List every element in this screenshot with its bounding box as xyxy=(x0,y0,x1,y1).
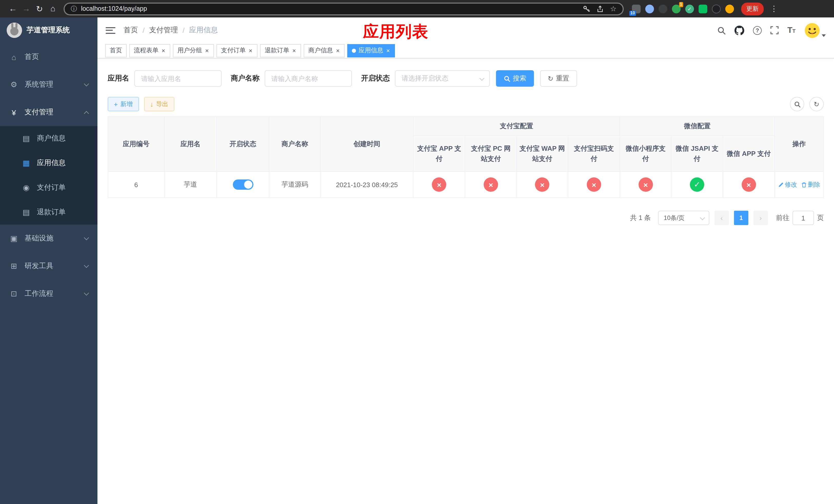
browser-update-button[interactable]: 更新 xyxy=(741,2,764,15)
screen: ← → ↻ ⌂ ⓘ localhost:1024/pay/app ☆ xyxy=(0,0,834,504)
tab-refund-order[interactable]: 退款订单 × xyxy=(260,44,301,57)
breadcrumb: 首页 / 支付管理 / 应用信息 xyxy=(124,26,218,35)
table-row: 6 芋道 芋道源码 2021-10-23 08:49:25 × × × × × xyxy=(108,171,824,198)
next-page-button[interactable]: › xyxy=(753,211,768,225)
export-button[interactable]: ↓ 导出 xyxy=(144,97,174,111)
extension-green-icon[interactable]: 1 xyxy=(672,4,681,13)
search-icon[interactable] xyxy=(717,26,726,35)
browser-back-button[interactable]: ← xyxy=(6,2,20,15)
help-icon[interactable]: ? xyxy=(753,26,762,35)
breadcrumb-current: 应用信息 xyxy=(189,26,218,35)
chevron-down-icon xyxy=(84,81,89,86)
edit-link[interactable]: 修改 xyxy=(778,180,797,189)
font-size-icon[interactable]: TT xyxy=(787,26,795,35)
app-title: 芋道管理系统 xyxy=(27,26,70,35)
document-icon: ▤ xyxy=(22,208,31,217)
bookmark-star-icon[interactable]: ☆ xyxy=(610,5,616,13)
col-alipay-app: 支付宝 APP 支付 xyxy=(413,136,465,171)
close-icon[interactable]: × xyxy=(335,47,340,53)
status-select[interactable]: 请选择开启状态 xyxy=(395,70,490,87)
col-create-time: 创建时间 xyxy=(321,117,413,171)
refresh-table-button[interactable]: ↻ xyxy=(809,97,824,111)
sidebar-item-workflow[interactable]: ⊡ 工作流程 xyxy=(0,280,97,307)
address-bar[interactable]: ⓘ localhost:1024/pay/app ☆ xyxy=(64,2,624,15)
fullscreen-icon[interactable] xyxy=(770,26,778,35)
tab-pay-order[interactable]: 支付订单 × xyxy=(216,44,258,57)
app-table: 应用编号 应用名 开启状态 商户名称 创建时间 支付宝配置 微信配置 操作 支付… xyxy=(108,116,824,198)
browser-forward-button[interactable]: → xyxy=(20,2,33,15)
extension-drop-icon[interactable] xyxy=(645,4,654,13)
extension-pinwheel-icon[interactable] xyxy=(712,4,721,13)
prev-page-button[interactable]: ‹ xyxy=(715,211,729,225)
close-icon[interactable]: × xyxy=(292,47,297,53)
cross-icon: × xyxy=(484,177,498,192)
github-icon[interactable] xyxy=(734,25,744,35)
extension-dark-icon[interactable] xyxy=(659,4,667,13)
app-logo: 芋道管理系统 xyxy=(0,18,97,43)
page-1-button[interactable]: 1 xyxy=(734,211,748,225)
reset-button[interactable]: ↻ 重置 xyxy=(540,70,577,87)
refresh-icon: ↻ xyxy=(548,75,553,82)
breadcrumb-home[interactable]: 首页 xyxy=(124,26,138,35)
sidebar-item-dev-tools[interactable]: ⊞ 研发工具 xyxy=(0,252,97,280)
order-icon: ◉ xyxy=(22,183,31,192)
page-title: 应用列表 xyxy=(363,21,429,43)
status-toggle[interactable] xyxy=(233,180,253,190)
sidebar-item-merchant-info[interactable]: ▤ 商户信息 xyxy=(0,126,97,151)
col-merchant-name: 商户名称 xyxy=(269,117,321,171)
search-button[interactable]: 搜索 xyxy=(496,70,534,87)
chevron-down-icon xyxy=(84,263,89,268)
sidebar-item-payment[interactable]: ¥ 支付管理 xyxy=(0,98,97,126)
merchant-name-input[interactable] xyxy=(265,70,352,87)
sidebar-item-app-info[interactable]: ▦ 应用信息 xyxy=(0,151,97,175)
page-size-select[interactable]: 10条/页 xyxy=(658,211,709,225)
close-icon[interactable]: × xyxy=(161,47,166,53)
tab-app-info[interactable]: 应用信息 × xyxy=(347,44,395,57)
sidebar-item-system[interactable]: ⚙ 系统管理 xyxy=(0,71,97,98)
extension-face-icon[interactable] xyxy=(725,4,734,13)
chevron-down-icon xyxy=(479,76,484,81)
col-wx-app: 微信 APP 支付 xyxy=(723,136,775,171)
col-status: 开启状态 xyxy=(217,117,269,171)
payment-submenu: ▤ 商户信息 ▦ 应用信息 ◉ 支付订单 ▤ 退款订单 xyxy=(0,126,97,225)
close-icon[interactable]: × xyxy=(205,47,209,53)
key-icon[interactable] xyxy=(583,5,591,13)
extension-vue-icon[interactable]: ✓ xyxy=(685,4,694,13)
col-app-id: 应用编号 xyxy=(108,117,164,171)
user-avatar[interactable] xyxy=(804,22,826,38)
goto-page-input[interactable] xyxy=(792,211,814,225)
sidebar-toggle-icon[interactable] xyxy=(106,27,115,33)
sidebar-item-pay-order[interactable]: ◉ 支付订单 xyxy=(0,175,97,200)
cell-merchant-name: 芋道源码 xyxy=(269,171,321,198)
table-toolbar: + 新增 ↓ 导出 ↻ xyxy=(108,97,824,111)
share-icon[interactable] xyxy=(597,5,604,13)
extension-wechat-icon[interactable] xyxy=(699,4,707,13)
sidebar-item-infrastructure[interactable]: ▣ 基础设施 xyxy=(0,225,97,252)
sidebar-item-home[interactable]: ⌂ 首页 xyxy=(0,43,97,71)
close-icon[interactable]: × xyxy=(386,47,390,53)
add-button[interactable]: + 新增 xyxy=(108,97,139,111)
tab-merchant-info[interactable]: 商户信息 × xyxy=(304,44,345,57)
close-icon[interactable]: × xyxy=(248,47,253,53)
delete-link[interactable]: 删除 xyxy=(801,180,820,189)
sidebar-item-refund-order[interactable]: ▤ 退款订单 xyxy=(0,200,97,225)
site-info-icon[interactable]: ⓘ xyxy=(71,4,77,13)
breadcrumb-payment[interactable]: 支付管理 xyxy=(149,26,178,35)
tab-process-form[interactable]: 流程表单 × xyxy=(129,44,170,57)
extension-grid-icon[interactable]: 10 xyxy=(632,4,641,13)
extension-badge-orange: 1 xyxy=(679,2,683,7)
browser-menu-icon[interactable]: ⋮ xyxy=(769,4,779,13)
cross-icon: × xyxy=(535,177,549,192)
tab-user-group[interactable]: 用户分组 × xyxy=(173,44,214,57)
col-alipay-qr: 支付宝扫码支付 xyxy=(568,136,620,171)
dashboard-icon: ⌂ xyxy=(9,52,19,61)
browser-home-button[interactable]: ⌂ xyxy=(46,2,60,15)
tab-home[interactable]: 首页 xyxy=(105,44,127,57)
goto-label: 前往 xyxy=(776,213,789,223)
yen-icon: ¥ xyxy=(9,108,19,117)
toggle-search-button[interactable] xyxy=(790,97,804,111)
url-text[interactable]: localhost:1024/pay/app xyxy=(81,5,147,12)
col-alipay-pc: 支付宝 PC 网站支付 xyxy=(465,136,517,171)
browser-reload-button[interactable]: ↻ xyxy=(33,2,46,15)
app-name-input[interactable] xyxy=(134,70,222,87)
